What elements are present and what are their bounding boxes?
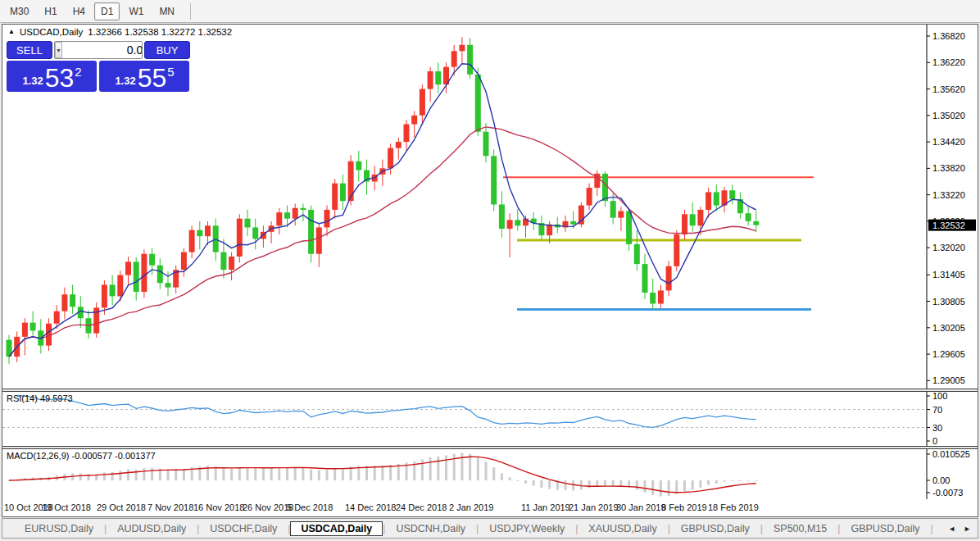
date-axis-label: 11 Jan 2019	[521, 502, 570, 512]
bottom-tab-EURUSD-Daily[interactable]: EURUSD,Daily	[14, 521, 104, 536]
bottom-tab-GBPUSD-Daily[interactable]: GBPUSD,Daily	[840, 521, 930, 536]
price-axis-label: 1.33220	[932, 190, 965, 200]
timeframe-button-H1[interactable]: H1	[38, 2, 63, 20]
rsi-canvas[interactable]: 10070300	[2, 392, 978, 446]
date-axis-label: 29 Oct 2018	[97, 502, 146, 512]
time-axis: 10 Oct 201819 Oct 201829 Oct 20187 Nov 2…	[2, 500, 978, 516]
macd-axis-label: -0.0073	[932, 488, 963, 498]
price-axis-label: 1.34420	[932, 137, 965, 147]
chart-ohlc-quotes: 1.32366 1.32538 1.32272 1.32532	[88, 27, 232, 37]
sell-price-box[interactable]: 1.32 53 2	[7, 61, 97, 92]
buy-button[interactable]: BUY	[144, 41, 190, 59]
tab-scroll-left-icon[interactable]: ◄	[948, 525, 955, 533]
rsi-axis-label: 30	[932, 423, 942, 433]
bottom-tab-USDCNH-Daily[interactable]: USDCNH,Daily	[385, 521, 476, 536]
chart-title: ▲ USDCAD,Daily 1.32366 1.32538 1.32272 1…	[8, 27, 232, 37]
date-axis-label: 2 Jan 2019	[449, 502, 493, 512]
one-click-trade-panel: SELL ▼ ▲ BUY 1.32 53 2 1.32 55 5	[7, 41, 190, 92]
date-axis-label: 19 Oct 2018	[42, 502, 91, 512]
tab-scroll-right-icon[interactable]: ►	[964, 525, 971, 533]
sell-price-prefix: 1.32	[22, 75, 43, 87]
price-axis-label: 1.31405	[932, 270, 965, 280]
timeframe-button-M30[interactable]: M30	[3, 2, 35, 20]
price-axis-label: 1.29005	[932, 375, 965, 385]
rsi-panel: RSI(14) 49.5973 10070300	[2, 392, 978, 446]
sell-price-pip: 2	[75, 65, 81, 79]
lot-size-input[interactable]	[62, 42, 143, 58]
lot-stepper: ▼ ▲	[54, 41, 143, 59]
timeframe-button-MN[interactable]: MN	[152, 2, 181, 20]
price-axis-label: 1.29605	[932, 349, 965, 359]
sell-price-main: 53	[45, 66, 75, 90]
date-axis-label: 21 Jan 2019	[569, 502, 619, 512]
price-axis-label: 1.36220	[932, 57, 965, 67]
sell-button[interactable]: SELL	[7, 41, 52, 59]
bottom-tab-AUDUSD-Daily[interactable]: AUDUSD,Daily	[107, 521, 197, 536]
bottom-tab-USDCHF-Daily[interactable]: USDCHF,Daily	[199, 521, 288, 536]
price-axis-label: 1.30205	[932, 323, 965, 333]
lot-decrease-icon[interactable]: ▼	[55, 42, 62, 58]
macd-label: MACD(12,26,9) -0.000577 -0.001377	[7, 451, 156, 461]
toolbar-separator	[190, 3, 191, 20]
buy-price-prefix: 1.32	[115, 75, 135, 87]
date-axis-label: 30 Jan 2019	[616, 502, 666, 512]
current-price-value: 1.32532	[932, 220, 965, 230]
macd-axis-label: 0.00	[932, 475, 950, 485]
price-axis-label: 1.32020	[932, 243, 965, 252]
bottom-tab-USDJPY-Weekly[interactable]: USDJPY,Weekly	[479, 521, 575, 536]
buy-price-pip: 5	[167, 65, 174, 79]
timeframe-toolbar: M30H1H4D1W1MN	[0, 0, 980, 23]
bottom-tab-GBPUSD-Daily[interactable]: GBPUSD,Daily	[670, 521, 760, 536]
date-axis-label: 16 Nov 2018	[193, 502, 244, 512]
buy-price-main: 55	[138, 66, 167, 90]
chart-window: ▲ USDCAD,Daily 1.32366 1.32538 1.32272 1…	[2, 24, 978, 517]
date-axis-label: 24 Dec 2018	[396, 502, 447, 512]
timeframe-button-D1[interactable]: D1	[94, 2, 120, 20]
macd-axis-label: 0.010525	[932, 449, 970, 459]
price-axis-label: 1.30805	[932, 297, 965, 307]
bottom-tab-XAUUSD-Daily[interactable]: XAUUSD,Daily	[578, 521, 667, 536]
rsi-label: RSI(14) 49.5973	[7, 393, 73, 403]
date-axis-label: 14 Dec 2018	[345, 502, 396, 512]
date-axis-label: 8 Feb 2019	[661, 502, 707, 512]
timeframe-button-W1[interactable]: W1	[122, 2, 150, 20]
collapse-triangle-icon[interactable]: ▲	[8, 28, 15, 35]
price-axis-label: 1.36820	[932, 31, 965, 41]
symbol-tab-bar: EURUSD,Daily|AUDUSD,Daily|USDCHF,Daily|U…	[2, 518, 978, 539]
chart-symbol-label: USDCAD,Daily	[20, 27, 83, 37]
price-axis-label: 1.35020	[932, 111, 965, 120]
buy-price-box[interactable]: 1.32 55 5	[99, 61, 189, 92]
macd-panel: MACD(12,26,9) -0.000577 -0.001377 0.0105…	[2, 449, 978, 499]
rsi-axis-label: 100	[932, 392, 947, 401]
rsi-axis-label: 0	[932, 436, 937, 446]
price-axis-label: 1.33820	[932, 163, 965, 173]
date-axis-label: 18 Feb 2019	[708, 502, 759, 512]
bottom-tab-USDCAD-Daily[interactable]: USDCAD,Daily	[290, 521, 383, 536]
date-axis-label: 5 Dec 2018	[287, 502, 333, 512]
rsi-axis-label: 70	[932, 405, 942, 415]
date-axis-label: 7 Nov 2018	[147, 502, 193, 512]
price-axis-label: 1.35620	[932, 84, 965, 94]
tab-scroll-controls: ◄►	[941, 519, 978, 538]
bottom-tab-SP500-M15[interactable]: SP500,M15	[763, 521, 837, 536]
timeframe-button-H4[interactable]: H4	[66, 2, 92, 20]
